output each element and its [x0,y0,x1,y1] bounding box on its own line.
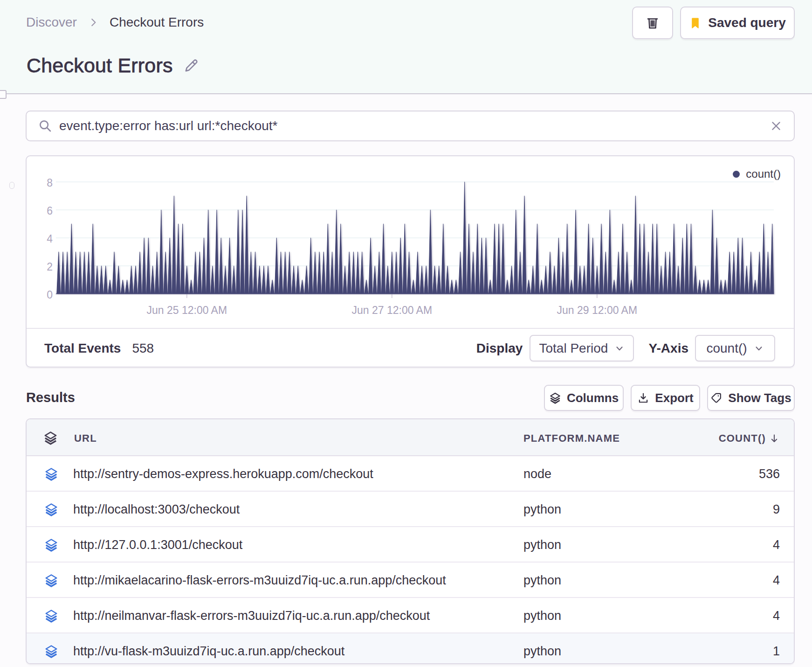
breadcrumb-discover[interactable]: Discover [26,15,77,30]
cell-url[interactable]: http://mikaelacarino-flask-errors-m3uuiz… [73,573,446,588]
display-select-value: Total Period [539,341,608,356]
chart-panel: count() 02468 Jun 25 12:00 AMJun 27 12:0… [26,155,795,368]
chart-axis [56,294,774,298]
total-events-value: 558 [132,341,154,356]
search-bar[interactable]: event.type:error has:url url:*checkout* [26,111,795,141]
stack-icon[interactable] [44,573,58,587]
breadcrumb: Discover Checkout Errors [26,15,204,30]
stack-icon[interactable] [44,538,58,552]
cell-url[interactable]: http://sentry-demos-express.herokuapp.co… [73,467,373,481]
search-input[interactable]: event.type:error has:url url:*checkout* [59,118,770,133]
table-row: http://sentry-demos-express.herokuapp.co… [27,456,794,492]
chevron-down-icon [754,343,764,354]
count-header-label: COUNT() [719,432,766,445]
results-heading: Results [26,390,75,405]
results-actions: Columns Export Show Tags [544,385,795,411]
column-header-platform[interactable]: PLATFORM.NAME [523,432,620,445]
chart-gridlines [56,182,774,266]
table-header-row: URL PLATFORM.NAME COUNT() [27,419,794,456]
header-divider [0,93,812,94]
cell-platform: python [523,538,561,552]
cell-url[interactable]: http://neilmanvar-flask-errors-m3uuizd7i… [73,609,430,623]
display-label: Display [476,341,523,356]
cell-platform: python [523,609,561,623]
delete-query-button[interactable] [632,7,673,39]
columns-label: Columns [567,391,619,405]
yaxis-label: Y-Axis [648,341,688,356]
cell-platform: python [523,573,561,588]
layers-icon [43,431,58,445]
stack-icon[interactable] [44,502,58,516]
saved-query-label: Saved query [708,15,786,30]
sidebar-collapse-handle[interactable] [0,90,7,99]
x-axis-tick-label: Jun 25 12:00 AM [146,304,227,317]
column-header-count[interactable]: COUNT() [719,432,780,445]
y-axis-tick-label: 8 [28,177,53,189]
breadcrumb-chevron-icon [87,16,99,28]
table-row: http://neilmanvar-flask-errors-m3uuizd7i… [27,598,794,633]
stack-icon[interactable] [44,467,58,481]
column-header-url[interactable]: URL [74,432,97,445]
cell-count: 536 [759,467,780,481]
export-button[interactable]: Export [631,385,700,411]
table-body: http://sentry-demos-express.herokuapp.co… [27,456,794,664]
page-title: Checkout Errors [27,54,173,77]
cell-url[interactable]: http://vu-flask-m3uuizd7iq-uc.a.run.app/… [73,644,344,659]
bookmark-icon [689,17,702,29]
yaxis-select[interactable]: count() [695,335,775,361]
saved-query-button[interactable]: Saved query [680,7,795,39]
edit-title-pencil-icon[interactable] [182,57,200,75]
clear-search-icon[interactable] [770,119,783,132]
stack-icon[interactable] [44,644,58,658]
total-events-label: Total Events [44,341,121,356]
show-tags-label: Show Tags [728,391,791,405]
stack-icon[interactable] [44,609,58,623]
cell-count: 4 [773,573,780,588]
tag-icon [710,392,723,404]
search-icon [38,118,53,133]
trash-icon [645,15,660,30]
x-axis-tick-label: Jun 27 12:00 AM [351,304,432,317]
table-row: http://127.0.0.1:3001/checkoutpython4 [27,527,794,563]
cell-count: 4 [773,609,780,623]
breadcrumb-current: Checkout Errors [110,15,204,30]
title-row: Checkout Errors [27,54,200,77]
total-events: Total Events 558 [44,341,154,356]
show-tags-button[interactable]: Show Tags [707,385,795,411]
y-axis-tick-label: 2 [28,261,53,273]
chart-footer: Total Events 558 Display Total Period Y-… [27,329,794,368]
chart-controls: Display Total Period Y-Axis count() [476,335,775,361]
table-row: http://vu-flask-m3uuizd7iq-uc.a.run.app/… [27,633,794,664]
cell-count: 4 [773,538,780,552]
cell-url[interactable]: http://127.0.0.1:3001/checkout [73,538,242,552]
cell-count: 1 [773,644,780,659]
sidebar-edge-pill [9,182,14,189]
cell-platform: node [523,467,551,481]
layers-icon [549,392,561,404]
results-table: URL PLATFORM.NAME COUNT() http://sentry-… [26,418,795,664]
download-icon [637,392,649,404]
cell-count: 9 [773,502,780,517]
header-actions: Saved query [632,7,795,39]
export-label: Export [655,391,693,405]
yaxis-select-value: count() [706,341,747,356]
display-select[interactable]: Total Period [530,335,634,361]
y-axis-tick-label: 6 [28,205,53,217]
chevron-down-icon [614,343,625,354]
x-axis-tick-label: Jun 29 12:00 AM [557,304,637,317]
sort-descending-icon [769,433,780,444]
columns-button[interactable]: Columns [544,385,624,411]
y-axis-tick-label: 0 [28,289,53,301]
table-row: http://localhost:3003/checkoutpython9 [27,492,794,527]
y-axis-tick-label: 4 [28,233,53,245]
cell-url[interactable]: http://localhost:3003/checkout [73,502,240,517]
cell-platform: python [523,644,561,659]
table-row: http://mikaelacarino-flask-errors-m3uuiz… [27,563,794,598]
cell-platform: python [523,502,561,517]
